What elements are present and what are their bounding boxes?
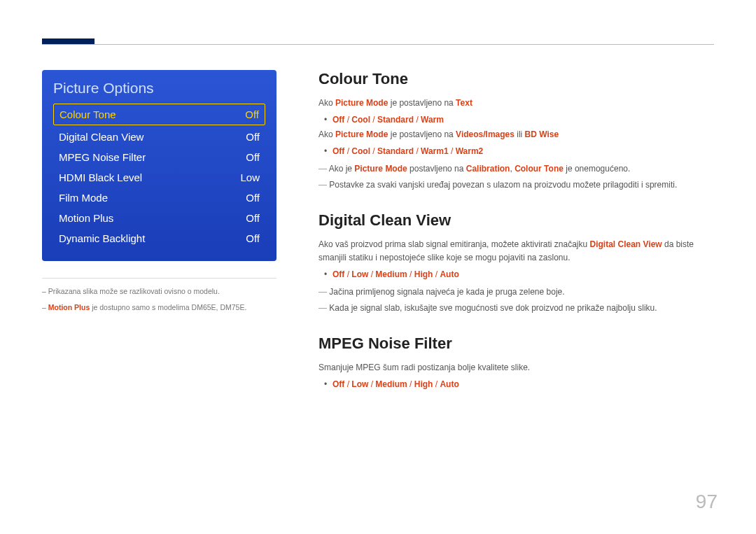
- menu-item-digital-clean-view[interactable]: Digital Clean View Off: [53, 127, 265, 147]
- section-mpeg-noise-filter: MPEG Noise Filter Smanjuje MPEG šum radi…: [318, 335, 714, 393]
- menu-item-value: Off: [246, 131, 260, 143]
- footnote-2: Motion Plus je dostupno samo s modelima …: [42, 302, 276, 314]
- menu-item-colour-tone[interactable]: Colour Tone Off: [53, 104, 265, 125]
- ct-dash1: Ako je Picture Mode postavljeno na Calib…: [326, 162, 714, 176]
- header-rule: [42, 44, 714, 45]
- menu-item-value: Off: [245, 108, 259, 120]
- heading-colour-tone: Colour Tone: [318, 70, 714, 88]
- picture-options-menu: Picture Options Colour Tone Off Digital …: [42, 70, 276, 261]
- heading-dcv: Digital Clean View: [318, 211, 714, 230]
- footnote-2-highlight: Motion Plus: [48, 303, 90, 311]
- menu-item-label: Digital Clean View: [59, 131, 144, 143]
- menu-item-value: Off: [246, 151, 260, 163]
- menu-item-label: Motion Plus: [59, 212, 113, 224]
- menu-item-label: MPEG Noise Filter: [59, 151, 146, 163]
- menu-item-hdmi-black-level[interactable]: HDMI Black Level Low: [53, 167, 265, 188]
- right-column: Colour Tone Ako Picture Mode je postavlj…: [318, 70, 714, 412]
- footnote-2-text: je dostupno samo s modelima DM65E, DM75E…: [90, 303, 246, 311]
- menu-item-value: Off: [246, 232, 260, 244]
- dcv-p1: Ako vaš proizvod prima slab signal emiti…: [318, 238, 714, 265]
- menu-item-label: Film Mode: [59, 192, 108, 204]
- ct-line2: Ako Picture Mode je postavljeno na Video…: [318, 128, 714, 141]
- section-colour-tone: Colour Tone Ako Picture Mode je postavlj…: [318, 70, 714, 192]
- mpeg-p1: Smanjuje MPEG šum radi postizanja bolje …: [318, 361, 714, 374]
- menu-item-mpeg-noise-filter[interactable]: MPEG Noise Filter Off: [53, 147, 265, 167]
- ct-bullet2: Off / Cool / Standard / Warm1 / Warm2: [332, 144, 714, 160]
- section-digital-clean-view: Digital Clean View Ako vaš proizvod prim…: [318, 211, 714, 315]
- ct-bullet1: Off / Cool / Standard / Warm: [332, 113, 714, 128]
- dcv-bullet1: Off / Low / Medium / High / Auto: [332, 267, 714, 283]
- menu-item-motion-plus[interactable]: Motion Plus Off: [53, 208, 265, 228]
- mpeg-bullet1: Off / Low / Medium / High / Auto: [332, 377, 714, 393]
- dcv-dash1: Jačina primljenog signala najveća je kad…: [326, 286, 714, 299]
- page-number: 97: [696, 491, 718, 513]
- ct-line1: Ako Picture Mode je postavljeno na Text: [318, 97, 714, 110]
- menu-item-dynamic-backlight[interactable]: Dynamic Backlight Off: [53, 228, 265, 248]
- menu-item-label: Colour Tone: [59, 108, 116, 120]
- ct-dash2: Postavke za svaki vanjski uređaj povezan…: [326, 178, 714, 192]
- menu-item-value: Low: [240, 171, 260, 183]
- dcv-dash2: Kada je signal slab, iskušajte sve moguć…: [326, 302, 714, 315]
- content-area: Picture Options Colour Tone Off Digital …: [42, 70, 714, 412]
- heading-mpeg: MPEG Noise Filter: [318, 335, 714, 353]
- header-accent-bar: [42, 38, 94, 44]
- menu-item-value: Off: [246, 192, 260, 204]
- menu-title: Picture Options: [53, 80, 265, 97]
- footnote-1: Prikazana slika može se razlikovati ovis…: [42, 286, 276, 297]
- menu-item-label: HDMI Black Level: [59, 171, 142, 183]
- menu-item-value: Off: [246, 212, 260, 224]
- footnotes: Prikazana slika može se razlikovati ovis…: [42, 278, 276, 314]
- left-column: Picture Options Colour Tone Off Digital …: [42, 70, 276, 412]
- menu-item-film-mode[interactable]: Film Mode Off: [53, 188, 265, 208]
- menu-item-label: Dynamic Backlight: [59, 232, 145, 244]
